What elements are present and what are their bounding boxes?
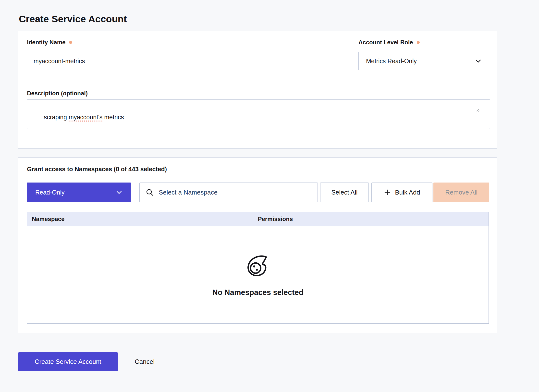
bulk-add-label: Bulk Add [395, 189, 420, 196]
identity-name-input[interactable] [27, 52, 350, 70]
remove-all-button[interactable]: Remove All [433, 183, 489, 202]
description-text-misspelled: myaccount's [69, 114, 102, 121]
create-service-account-button[interactable]: Create Service Account [18, 352, 118, 371]
page-title: Create Service Account [19, 14, 127, 24]
description-textarea[interactable]: scraping myaccount's metrics [27, 99, 490, 129]
description-label-text: Description (optional) [27, 90, 88, 97]
description-text: scraping [44, 114, 69, 121]
description-text: metrics [102, 114, 124, 121]
chevron-down-icon [474, 57, 482, 65]
namespace-search-input[interactable] [158, 188, 313, 196]
namespace-section-heading: Grant access to Namespaces (0 of 443 sel… [27, 166, 167, 173]
identity-card: Identity Name Account Level Role Metrics… [18, 31, 497, 148]
resize-grip-icon[interactable] [475, 92, 489, 128]
bulk-add-button[interactable]: Bulk Add [371, 183, 432, 202]
select-all-label: Select All [331, 189, 358, 196]
chevron-down-icon [115, 188, 123, 196]
namespace-table-header: Namespace Permissions [27, 212, 489, 226]
permission-dropdown[interactable]: Read-Only [27, 183, 131, 202]
description-label: Description (optional) [27, 90, 88, 97]
select-all-button[interactable]: Select All [320, 183, 369, 202]
namespace-table-body: No Namespaces selected [27, 226, 489, 324]
empty-state-text: No Namespaces selected [212, 288, 303, 297]
account-level-role-label-text: Account Level Role [358, 39, 413, 46]
required-dot [69, 41, 72, 44]
comet-icon [246, 255, 270, 278]
column-header-permissions: Permissions [258, 216, 293, 222]
namespace-controls-row: Read-Only Select All Bulk Add [18, 183, 497, 202]
namespace-search[interactable] [139, 183, 318, 202]
account-level-role-value: Metrics Read-Only [366, 58, 417, 65]
account-level-role-label: Account Level Role [358, 39, 420, 46]
namespace-table: Namespace Permissions No Namespaces sele… [27, 212, 489, 324]
permission-dropdown-value: Read-Only [35, 189, 65, 196]
identity-name-label-text: Identity Name [27, 39, 65, 46]
column-header-namespace: Namespace [27, 216, 258, 222]
cancel-button[interactable]: Cancel [135, 352, 155, 371]
create-service-account-page: Create Service Account Identity Name Acc… [0, 0, 539, 392]
remove-all-label: Remove All [445, 189, 478, 196]
search-icon [146, 188, 154, 196]
plus-icon [384, 189, 391, 196]
identity-name-label: Identity Name [27, 39, 72, 46]
required-dot [417, 41, 420, 44]
namespace-access-card: Grant access to Namespaces (0 of 443 sel… [18, 158, 497, 333]
account-level-role-select[interactable]: Metrics Read-Only [358, 52, 489, 70]
